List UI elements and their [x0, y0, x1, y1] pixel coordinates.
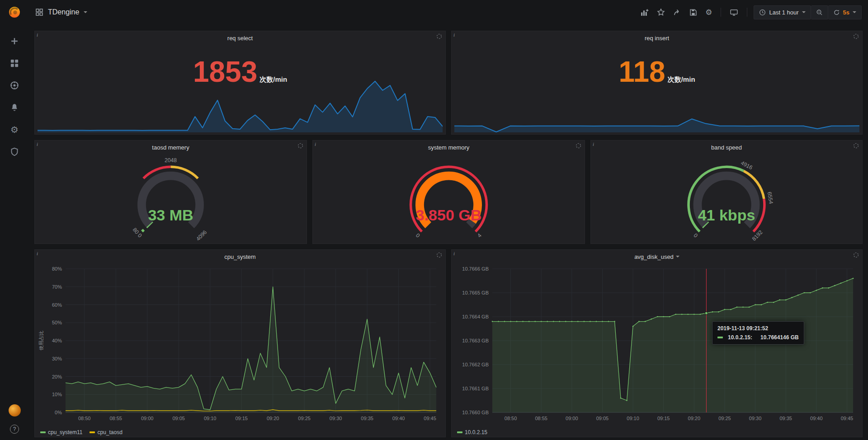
- panel-title-label: taosd memery: [152, 144, 189, 151]
- svg-text:70%: 70%: [52, 284, 62, 290]
- panel-title-label: avg_disk_used: [634, 253, 674, 260]
- zoom-out-icon: [816, 9, 823, 16]
- panel-info-icon[interactable]: i: [453, 32, 455, 37]
- panel-info-icon[interactable]: i: [593, 141, 594, 147]
- stat-number: 118: [618, 57, 665, 86]
- share-button[interactable]: [671, 6, 684, 19]
- cpu-system-chart: 0%10%20%30%40%50%60%70%80%08:5008:5509:0…: [37, 265, 443, 426]
- legend-item-cpu-taosd[interactable]: cpu_taosd: [90, 429, 122, 435]
- panel-title[interactable]: system memory: [313, 140, 585, 154]
- zoom-out-button[interactable]: [811, 5, 828, 19]
- settings-button[interactable]: ⚙: [703, 6, 714, 19]
- sidebar-bottom: ?: [9, 404, 21, 434]
- divider: [721, 8, 721, 17]
- panel-loading-icon: [297, 143, 303, 149]
- panel-info-icon[interactable]: i: [315, 141, 316, 147]
- svg-text:0: 0: [692, 232, 699, 239]
- svg-text:09:20: 09:20: [688, 416, 701, 421]
- cycle-view-button[interactable]: [727, 6, 741, 19]
- sidebar-item-explore[interactable]: [9, 80, 19, 90]
- svg-text:09:35: 09:35: [361, 416, 373, 421]
- star-button[interactable]: [655, 6, 667, 19]
- share-icon: [673, 8, 681, 16]
- legend-item-host[interactable]: 10.0.2.15: [457, 429, 487, 435]
- refresh-button[interactable]: 5s: [828, 5, 862, 19]
- panel-title[interactable]: cpu_system: [35, 250, 445, 263]
- panel-info-icon[interactable]: i: [37, 251, 38, 256]
- svg-text:10%: 10%: [52, 392, 62, 397]
- chart-legend: cpu_system11 cpu_taosd: [40, 429, 123, 435]
- tooltip-timestamp: 2019-11-13 09:21:52: [717, 325, 799, 332]
- sidebar-item-create[interactable]: [9, 36, 19, 46]
- svg-text:2048: 2048: [165, 157, 177, 164]
- divider: [747, 8, 747, 17]
- svg-text:6554: 6554: [766, 191, 774, 204]
- svg-text:80%: 80%: [52, 266, 62, 271]
- panel-title[interactable]: band speed: [591, 140, 862, 154]
- panel-title[interactable]: req insert: [452, 31, 862, 45]
- sidebar: ⚙ ?: [0, 0, 29, 440]
- req-insert-value: 118 次数/min: [452, 57, 862, 86]
- panel-taosd-memory: i taosd memery 08020484096 33 MB: [34, 140, 307, 244]
- sidebar-item-dashboards[interactable]: [9, 58, 19, 68]
- svg-text:09:35: 09:35: [779, 416, 792, 421]
- dashboard-title: TDengine: [48, 8, 79, 16]
- panel-info-icon[interactable]: i: [37, 141, 38, 147]
- panel-info-icon[interactable]: i: [453, 251, 455, 256]
- apps-grid-icon: [35, 8, 43, 16]
- help-label: ?: [13, 426, 16, 432]
- svg-text:09:10: 09:10: [627, 416, 639, 421]
- svg-text:0%: 0%: [55, 410, 62, 415]
- time-controls: Last 1 hour 5s: [754, 5, 862, 19]
- refresh-icon: [833, 9, 840, 16]
- panel-title-label: system memory: [428, 144, 470, 151]
- dashboard-picker[interactable]: TDengine: [35, 8, 87, 16]
- svg-text:10.7663 GB: 10.7663 GB: [462, 338, 489, 343]
- svg-text:09:40: 09:40: [810, 416, 823, 421]
- chevron-down-icon: [84, 11, 87, 13]
- system-memory-gauge: 04: [313, 156, 585, 242]
- svg-text:30%: 30%: [52, 356, 62, 361]
- time-range-picker[interactable]: Last 1 hour: [754, 5, 811, 19]
- panel-title[interactable]: taosd memery: [35, 140, 307, 154]
- legend-color-dash: [457, 431, 462, 433]
- user-avatar[interactable]: [9, 404, 21, 417]
- sidebar-nav: ⚙: [9, 36, 19, 404]
- chart-tooltip: 2019-11-13 09:21:52 10.0.2.15: 10.766414…: [712, 321, 804, 345]
- grid-icon: [10, 59, 19, 68]
- legend-label: cpu_system11: [48, 429, 82, 435]
- svg-text:08:55: 08:55: [535, 416, 547, 421]
- svg-text:10.7666 GB: 10.7666 GB: [462, 266, 489, 271]
- svg-text:09:45: 09:45: [424, 416, 436, 421]
- chart-legend: 10.0.2.15: [457, 429, 487, 435]
- panel-loading-icon: [853, 143, 859, 149]
- panel-cpu-system: i cpu_system 0%10%20%30%40%50%60%70%80%0…: [34, 249, 446, 437]
- panel-title-label: cpu_system: [224, 253, 255, 260]
- legend-item-cpu-system11[interactable]: cpu_system11: [40, 429, 82, 435]
- save-button[interactable]: [687, 6, 699, 19]
- band-speed-gauge: 0491665548192: [591, 156, 862, 242]
- stat-unit: 次数/min: [259, 75, 287, 84]
- sidebar-item-alerting[interactable]: [9, 103, 19, 112]
- svg-text:09:00: 09:00: [141, 416, 154, 421]
- panel-title[interactable]: avg_disk_used: [452, 250, 862, 263]
- help-button[interactable]: ?: [10, 425, 19, 434]
- add-panel-button[interactable]: [638, 6, 651, 19]
- svg-text:10.7661 GB: 10.7661 GB: [462, 386, 489, 391]
- panel-loading-icon: [576, 143, 581, 149]
- grafana-logo[interactable]: [0, 0, 29, 24]
- svg-text:4096: 4096: [195, 229, 208, 242]
- panel-avg-disk-used: i avg_disk_used 10.7660 GB10.7661 GB10.7…: [451, 249, 863, 437]
- top-navbar: TDengine ⚙ Last 1 hour: [29, 0, 868, 24]
- panel-info-icon[interactable]: i: [37, 32, 38, 37]
- sidebar-item-server-admin[interactable]: [9, 147, 19, 157]
- panel-title-label: band speed: [711, 144, 742, 151]
- monitor-icon: [730, 8, 738, 17]
- dashboard-grid: i req select 1853 次数/min i req insert 11…: [29, 24, 868, 440]
- svg-text:60%: 60%: [52, 302, 62, 308]
- svg-text:20%: 20%: [52, 374, 62, 379]
- panel-title[interactable]: req select: [35, 31, 445, 45]
- compass-icon: [10, 81, 19, 90]
- svg-text:10.7664 GB: 10.7664 GB: [462, 314, 489, 319]
- sidebar-item-configuration[interactable]: ⚙: [9, 125, 19, 135]
